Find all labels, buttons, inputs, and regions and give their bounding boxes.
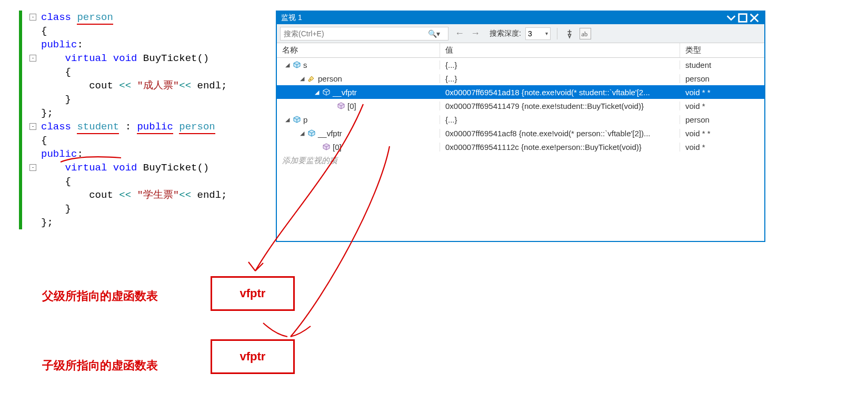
watch-var-value: 0x00007ff69541acf8 {note.exe!void(* pers… — [440, 129, 680, 138]
fold-toggle[interactable]: - — [29, 123, 36, 130]
code-line: cout << "学生票"<< endl; — [24, 188, 261, 202]
watch-var-name: s — [303, 60, 307, 69]
obj-icon — [293, 115, 301, 124]
watch-var-name: [0] — [333, 143, 342, 152]
watch-row[interactable]: ◢ __vfptr0x00007ff69541acf8 {note.exe!vo… — [277, 126, 764, 140]
watch-row[interactable]: ◢ __vfptr0x00007ff69541ad18 {note.exe!vo… — [277, 85, 764, 99]
parent-vtable-label: 父级所指向的虚函数表 — [42, 288, 158, 304]
code-line: }; — [24, 106, 261, 120]
watch-var-value: {...} — [440, 60, 680, 69]
fold-toggle[interactable]: - — [29, 14, 36, 21]
code-line: - virtual void BuyTicket() — [24, 52, 261, 65]
watch-row-name: ◢ p — [277, 115, 440, 124]
code-line: } — [24, 93, 261, 106]
watch-var-name: [0] — [347, 102, 356, 110]
watch-row[interactable]: [0]0x00007ff69541112c {note.exe!person::… — [277, 140, 764, 154]
vfptr-box-child: vfptr — [211, 339, 295, 374]
depth-select[interactable]: 3 ▾ — [525, 27, 551, 40]
watch-columns-header: 名称 值 类型 — [277, 43, 764, 58]
search-prev-button[interactable]: ← — [453, 28, 466, 39]
vfptr-box-parent: vfptr — [211, 276, 295, 311]
svg-point-2 — [308, 79, 311, 82]
code-line: -class student : public person — [24, 120, 261, 134]
watch-var-type: void * * — [680, 88, 764, 97]
watch-row-name: [0] — [277, 102, 440, 110]
depth-label: 搜索深度: — [490, 29, 521, 38]
expand-toggle[interactable]: ◢ — [299, 130, 305, 137]
watch-row-name: ◢ __vfptr — [277, 129, 440, 138]
watch-title-text: 监视 1 — [281, 13, 302, 23]
watch-add-placeholder[interactable]: 添加要监视的项 — [277, 154, 764, 168]
code-line: { — [24, 65, 261, 79]
watch-var-value: 0x00007ff69541112c {note.exe!person::Buy… — [440, 143, 680, 152]
watch-var-type: void * — [680, 143, 764, 152]
elem-icon — [322, 143, 331, 151]
code-line: { — [24, 175, 261, 188]
column-value-header[interactable]: 值 — [440, 43, 680, 57]
expand-toggle[interactable]: ◢ — [284, 62, 291, 68]
watch-var-type: person — [680, 74, 764, 83]
code-line: } — [24, 202, 261, 216]
watch-var-type: void * — [680, 102, 764, 110]
watch-row-name: ◢ person — [277, 74, 440, 83]
chevron-down-icon: ▾ — [545, 31, 548, 36]
column-type-header[interactable]: 类型 — [680, 43, 764, 57]
toggle-view-icon[interactable]: ab — [580, 28, 591, 39]
watch-var-type: void * * — [680, 129, 764, 138]
fold-toggle[interactable]: - — [29, 164, 36, 171]
window-maximize-button[interactable] — [737, 13, 749, 23]
watch-window: 监视 1 🔍 ▾ ← → 搜索深度: 3 ▾ ab 名称 值 类型 ◢ — [276, 11, 765, 242]
code-line: - virtual void BuyTicket() — [24, 161, 261, 175]
window-dropdown-button[interactable] — [725, 13, 737, 23]
watch-row[interactable]: ◢ p{...}person — [277, 113, 764, 126]
watch-body: ◢ s{...}student◢ person{...}person◢ __vf… — [277, 58, 764, 241]
watch-var-name: p — [303, 115, 307, 124]
elem-icon — [337, 102, 345, 110]
code-line: public: — [24, 147, 261, 161]
expand-toggle[interactable]: ◢ — [284, 116, 291, 123]
code-line: }; — [24, 216, 261, 229]
depth-value: 3 — [528, 29, 532, 38]
obj-icon — [307, 129, 316, 137]
watch-var-value: {...} — [440, 115, 680, 124]
watch-row-name: ◢ __vfptr — [277, 88, 440, 97]
code-line: cout << "成人票"<< endl; — [24, 79, 261, 93]
watch-row-name: [0] — [277, 143, 440, 152]
expand-toggle[interactable]: ◢ — [299, 75, 305, 82]
watch-row[interactable]: ◢ s{...}student — [277, 58, 764, 72]
code-line: { — [24, 24, 261, 38]
column-name-header[interactable]: 名称 — [277, 43, 440, 57]
watch-var-value: 0x00007ff695411479 {note.exe!student::Bu… — [440, 102, 680, 110]
obj-icon — [293, 60, 301, 69]
watch-var-value: 0x00007ff69541ad18 {note.exe!void(* stud… — [440, 88, 680, 97]
vfptr-box-child-text: vfptr — [240, 350, 266, 363]
child-vtable-label: 子级所指向的虚函数表 — [42, 358, 158, 373]
search-nav: ← → — [453, 28, 482, 39]
code-line: -class person — [24, 11, 261, 24]
base-icon — [307, 74, 316, 83]
window-close-button[interactable] — [749, 13, 760, 23]
search-dropdown-icon[interactable]: ▾ — [436, 29, 445, 38]
code-editor: -class person{public:- virtual void BuyT… — [19, 11, 261, 229]
search-input[interactable] — [284, 29, 428, 38]
svg-rect-0 — [739, 14, 747, 22]
fold-toggle[interactable]: - — [29, 55, 36, 62]
watch-toolbar: 🔍 ▾ ← → 搜索深度: 3 ▾ ab — [277, 24, 764, 43]
watch-row-name: ◢ s — [277, 60, 440, 69]
search-next-button[interactable]: → — [468, 28, 482, 39]
expand-toggle[interactable]: ◢ — [314, 89, 320, 96]
watch-var-type: student — [680, 60, 764, 69]
code-line: { — [24, 134, 261, 147]
watch-var-name: __vfptr — [333, 88, 357, 97]
watch-titlebar[interactable]: 监视 1 — [277, 12, 764, 24]
watch-var-name: person — [318, 74, 342, 83]
vfptr-box-parent-text: vfptr — [240, 287, 266, 300]
watch-row[interactable]: ◢ person{...}person — [277, 72, 764, 85]
watch-row[interactable]: [0]0x00007ff695411479 {note.exe!student:… — [277, 99, 764, 113]
watch-var-value: {...} — [440, 74, 680, 83]
search-box[interactable]: 🔍 ▾ — [280, 27, 448, 41]
search-icon[interactable]: 🔍 — [428, 29, 436, 38]
pin-icon[interactable] — [564, 28, 575, 39]
svg-text:ab: ab — [581, 31, 587, 38]
toolbar-separator — [557, 28, 557, 39]
